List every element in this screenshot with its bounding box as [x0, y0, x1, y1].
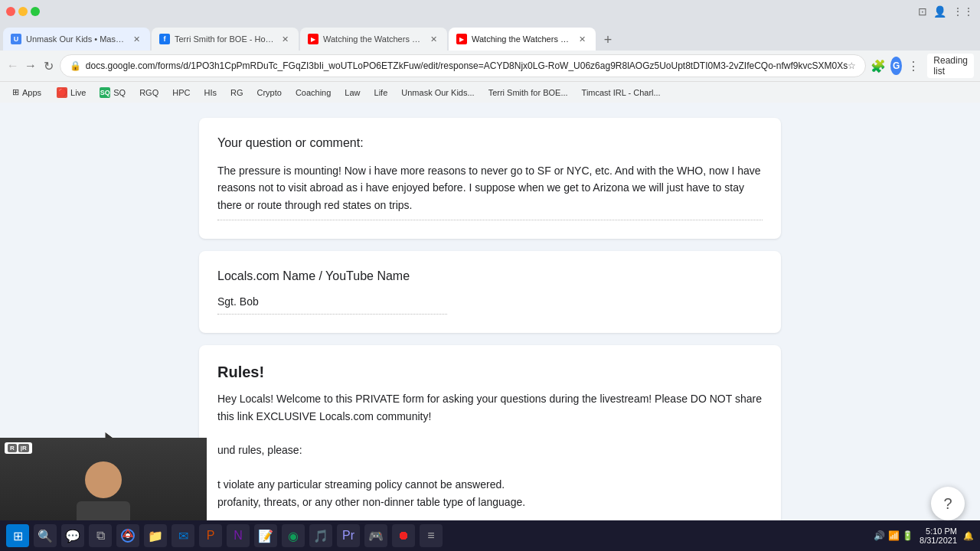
tab-unmask[interactable]: U Unmask Our Kids • Mask Choice... ✕: [3, 28, 150, 51]
bookmarks-bar: ⊞ Apps 🔴 Live SQ SQ RGQ HPC HIs RG: [0, 81, 980, 103]
rgq-label: RGQ: [139, 88, 158, 97]
rules-para2: und rules, please:: [217, 442, 763, 458]
crypto-label: Crypto: [256, 88, 281, 97]
reload-button[interactable]: ↻: [42, 55, 55, 77]
hls-label: HIs: [204, 88, 217, 97]
address-text[interactable]: docs.google.com/forms/d/1PO3h1CpPmRDuTc_…: [86, 60, 848, 71]
rules-card: Rules! Hey Locals! Welcome to this PRIVA…: [199, 345, 781, 529]
mouse-cursor: [105, 432, 109, 436]
tab4-close[interactable]: ✕: [576, 33, 588, 45]
taskbar-obs-icon[interactable]: ⏺: [392, 524, 415, 547]
bookmark-life[interactable]: Life: [368, 86, 394, 99]
tab4-favicon: ▶: [456, 34, 467, 44]
reading-list[interactable]: Reading list: [927, 54, 974, 78]
bookmark-law[interactable]: Law: [338, 86, 366, 99]
maximize-button[interactable]: [31, 7, 40, 16]
new-tab-button[interactable]: +: [597, 29, 619, 51]
bookmark-unmask[interactable]: Unmask Our Kids...: [395, 86, 480, 99]
taskbar-taskview-icon[interactable]: ⧉: [89, 524, 112, 547]
bookmark-rg[interactable]: RG: [224, 86, 250, 99]
svg-point-2: [126, 533, 130, 538]
clock-date: 8/31/2021: [920, 536, 957, 545]
bookmark-crypto[interactable]: Crypto: [250, 86, 287, 99]
terri-label: Terri Smith for BOE...: [488, 88, 568, 97]
bookmark-rgq[interactable]: RGQ: [133, 86, 165, 99]
tab4-label: Watching the Watchers Show C...: [472, 34, 571, 44]
extensions-button[interactable]: 🧩: [871, 55, 886, 77]
close-button[interactable]: [6, 7, 15, 16]
notification-icon[interactable]: 🔔: [963, 531, 974, 541]
coaching-label: Coaching: [296, 88, 331, 97]
taskbar-explorer-icon[interactable]: 📁: [144, 524, 167, 547]
bookmark-apps[interactable]: ⊞ Apps: [6, 86, 47, 99]
taskbar-note-icon[interactable]: 📝: [254, 524, 277, 547]
taskbar-onenote-icon[interactable]: N: [227, 524, 250, 547]
window-profile-icon: 👤: [933, 5, 946, 18]
rg-label: RG: [230, 88, 243, 97]
life-label: Life: [374, 88, 388, 97]
tab2-close[interactable]: ✕: [279, 33, 291, 45]
bookmark-live[interactable]: 🔴 Live: [51, 86, 92, 99]
rules-title: Rules!: [217, 364, 763, 381]
rules-para3: t violate any particular streaming polic…: [217, 476, 763, 493]
tab2-favicon: f: [159, 34, 170, 44]
tab1-label: Unmask Our Kids • Mask Choice...: [26, 34, 126, 44]
system-icons: 🔊 📶 🔋: [874, 530, 913, 541]
time-display[interactable]: 5:10 PM 8/31/2021: [920, 527, 957, 545]
title-bar: ⊡ 👤 ⋮⋮: [0, 0, 980, 23]
tabs-bar: U Unmask Our Kids • Mask Choice... ✕ f T…: [0, 23, 980, 51]
bookmark-sq[interactable]: SQ SQ: [93, 86, 132, 99]
hpc-label: HPC: [172, 88, 190, 97]
page-content: Your question or comment: The pressure i…: [0, 103, 980, 551]
bookmark-hpc[interactable]: HPC: [166, 86, 196, 99]
tab-watching2[interactable]: ▶ Watching the Watchers Show C... ✕: [449, 28, 596, 51]
taskbar-edge-icon[interactable]: ◉: [282, 524, 305, 547]
rules-para1: Hey Locals! Welcome to this PRIVATE form…: [217, 390, 763, 425]
star-icon[interactable]: ☆: [848, 60, 856, 71]
taskbar-mail-icon[interactable]: ✉: [172, 524, 194, 547]
profile-avatar[interactable]: G: [890, 57, 902, 75]
tab3-favicon: ▶: [308, 34, 318, 44]
taskbar-chrome-icon[interactable]: [116, 524, 139, 547]
help-icon: ?: [943, 495, 952, 513]
taskbar-xbox-icon[interactable]: 🎮: [364, 524, 387, 547]
presenter-head: [85, 461, 122, 498]
bookmark-terri[interactable]: Terri Smith for BOE...: [482, 86, 574, 99]
bookmark-coaching[interactable]: Coaching: [289, 86, 337, 99]
apps-icon: ⊞: [12, 87, 19, 97]
minimize-button[interactable]: [18, 7, 28, 16]
taskbar-powerpoint-icon[interactable]: P: [199, 524, 222, 547]
tab2-label: Terri Smith for BOE - Home | Fa...: [175, 34, 274, 44]
taskbar-left: ⊞ 🔍 💬 ⧉ 📁 ✉ P N 📝 ◉ 🎵 Pr 🎮 ⏺ ≡: [6, 524, 443, 547]
taskbar-audacity-icon[interactable]: 🎵: [309, 524, 332, 547]
bookmark-timcast[interactable]: Timcast IRL - Charl...: [576, 86, 667, 99]
taskbar-search-icon[interactable]: 🔍: [34, 524, 57, 547]
tab-terri[interactable]: f Terri Smith for BOE - Home | Fa... ✕: [152, 28, 299, 51]
menu-button[interactable]: ⋮: [906, 55, 920, 77]
name-answer: Sgt. Bob: [217, 295, 763, 315]
rules-para4: profanity, threats, or any other non-din…: [217, 494, 763, 510]
taskbar-menu-icon[interactable]: ≡: [420, 524, 443, 547]
taskbar: ⊞ 🔍 💬 ⧉ 📁 ✉ P N 📝 ◉ 🎵 Pr 🎮 ⏺ ≡ 🔊 📶 🔋 5:1…: [0, 520, 980, 551]
taskbar-windows-icon[interactable]: ⊞: [6, 524, 29, 547]
video-logo: R |R: [5, 442, 32, 454]
tab3-close[interactable]: ✕: [427, 33, 439, 45]
sq-label: SQ: [113, 88, 126, 97]
back-button[interactable]: ←: [6, 55, 19, 77]
nav-bar: ← → ↻ 🔒 docs.google.com/forms/d/1PO3h1Cp…: [0, 51, 980, 81]
tab-watching1[interactable]: ▶ Watching the Watchers Show Q... ✕: [300, 28, 447, 51]
taskbar-cortana-icon[interactable]: 💬: [61, 524, 84, 547]
bookmark-hls[interactable]: HIs: [198, 86, 223, 99]
tab1-favicon: U: [11, 34, 21, 44]
window-more-icon: ⋮⋮: [952, 5, 974, 18]
browser-window: ⊡ 👤 ⋮⋮ U Unmask Our Kids • Mask Choice..…: [0, 0, 980, 103]
rules-text: Hey Locals! Welcome to this PRIVATE form…: [217, 390, 763, 510]
help-button[interactable]: ?: [931, 487, 965, 520]
name-answer-text: Sgt. Bob: [217, 295, 447, 315]
tab1-close[interactable]: ✕: [130, 33, 142, 45]
question-label: Your question or comment:: [217, 136, 763, 150]
taskbar-premiere-icon[interactable]: Pr: [337, 524, 360, 547]
address-bar[interactable]: 🔒 docs.google.com/forms/d/1PO3h1CpPmRDuT…: [60, 54, 866, 77]
question-card: Your question or comment: The pressure i…: [199, 118, 781, 239]
forward-button[interactable]: →: [24, 55, 37, 77]
